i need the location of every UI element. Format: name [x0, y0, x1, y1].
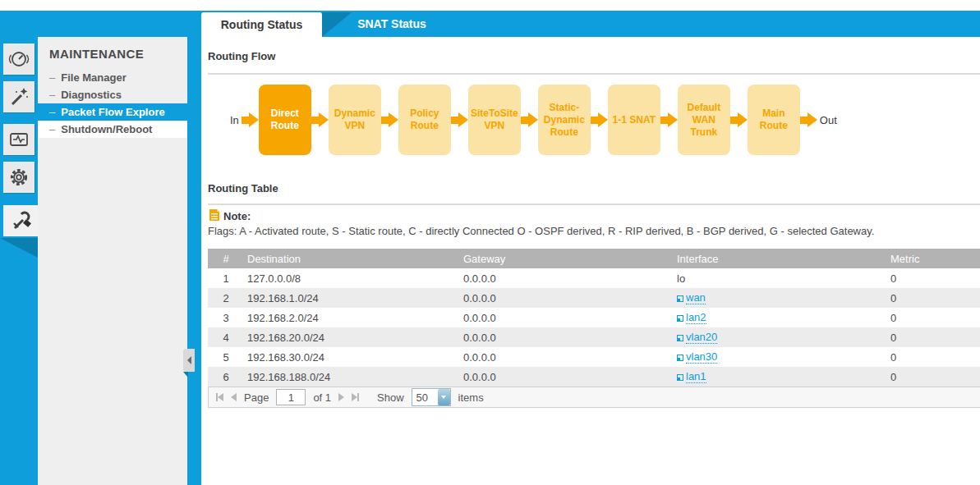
menu-item-dash: –	[49, 123, 55, 135]
flow-step-1-1-snat[interactable]: 1-1 SNAT	[608, 85, 660, 155]
table-row: 3192.168.2.0/240.0.0.0lan20	[208, 308, 980, 327]
flow-step-default-wan-trunk[interactable]: Default WAN Trunk	[678, 85, 730, 155]
sidebar-item-diagnostics[interactable]: –Diagnostics	[38, 86, 187, 103]
routing-table: # Destination Gateway Interface Metric 1…	[208, 249, 980, 387]
menu-section-header: MAINTENANCE	[38, 37, 187, 69]
interface-link[interactable]: wan	[686, 291, 706, 304]
collapse-arrow-icon	[187, 356, 191, 364]
cell-metric: 0	[887, 268, 980, 288]
sidebar-fold-decor	[0, 238, 38, 258]
items-per-page-value: 50	[412, 389, 438, 405]
flow-arrow-icon	[800, 112, 817, 127]
sidebar-item-dashboard[interactable]	[3, 43, 35, 75]
sidebar-item-configuration[interactable]	[3, 162, 35, 193]
interface-link[interactable]: vlan30	[686, 350, 717, 364]
cell-num: 1	[208, 268, 244, 288]
flow-arrow-icon	[451, 112, 468, 127]
flow-step-static-dynamic-route[interactable]: Static-Dynamic Route	[538, 85, 591, 155]
page-number-input[interactable]	[276, 389, 306, 405]
cell-metric: 0	[887, 367, 980, 387]
sidebar-menu-panel: MAINTENANCE –File Manager–Diagnostics–Pa…	[38, 37, 187, 485]
cell-num: 3	[208, 308, 244, 327]
dropdown-arrow-icon	[438, 389, 450, 405]
first-page-icon	[218, 393, 223, 401]
sidebar-item-monitor[interactable]	[3, 124, 35, 155]
flow-arrow-icon	[660, 112, 678, 127]
flow-arrow-icon	[730, 112, 748, 127]
wizard-wand-icon	[7, 85, 30, 108]
page-label: Page	[244, 391, 269, 404]
flow-arrow-icon	[381, 112, 398, 127]
cell-num: 5	[208, 347, 244, 367]
interface-link[interactable]: lan1	[686, 370, 706, 383]
cell-destination: 192.168.188.0/24	[244, 367, 460, 387]
cell-gateway: 0.0.0.0	[460, 367, 674, 387]
menu-item-label: File Manager	[61, 71, 126, 84]
flow-step-policy-route[interactable]: Policy Route	[398, 85, 451, 155]
cell-gateway: 0.0.0.0	[460, 327, 674, 347]
flags-legend: Flags: A - Activated route, S - Static r…	[208, 225, 874, 237]
pagination-bar: Page of 1 Show 50 items	[208, 387, 980, 408]
sidebar-icon-strip	[0, 11, 38, 485]
menu-item-dash: –	[49, 106, 55, 118]
menu-item-label: Packet Flow Explore	[61, 106, 164, 118]
flow-step-direct-route[interactable]: Direct Route	[259, 85, 311, 155]
maintenance-tools-icon	[9, 208, 34, 233]
settings-gear-icon	[7, 166, 30, 189]
flow-step-main-route[interactable]: Main Route	[748, 85, 800, 155]
table-row: 6192.168.188.0/240.0.0.0lan10	[208, 367, 980, 387]
flow-arrow-icon	[591, 112, 608, 127]
flow-step-sitetosite-vpn[interactable]: SiteToSite VPN	[468, 85, 521, 155]
monitor-pulse-icon	[7, 128, 30, 151]
cell-interface: lan1	[674, 367, 887, 387]
last-page-icon	[352, 393, 357, 401]
table-row: 1127.0.0.0/80.0.0.0lo0	[208, 268, 980, 288]
items-label: items	[458, 391, 484, 404]
sidebar-item-maintenance[interactable]	[3, 205, 39, 236]
items-per-page-select[interactable]: 50	[412, 388, 451, 406]
next-page-button[interactable]	[338, 393, 344, 401]
table-row: 4192.168.20.0/240.0.0.0vlan200	[208, 327, 980, 347]
col-header-gateway: Gateway	[460, 249, 674, 268]
table-header-row: # Destination Gateway Interface Metric	[208, 249, 980, 268]
cell-num: 2	[208, 288, 244, 308]
reference-icon	[677, 292, 683, 304]
cell-destination: 192.168.30.0/24	[244, 347, 460, 367]
cell-num: 4	[208, 327, 244, 347]
col-header-metric: Metric	[887, 249, 980, 268]
reference-icon	[677, 351, 683, 364]
cell-metric: 0	[887, 308, 980, 327]
cell-destination: 192.168.2.0/24	[244, 308, 460, 327]
cell-gateway: 0.0.0.0	[460, 308, 674, 327]
interface-link[interactable]: lan2	[686, 311, 706, 324]
reference-icon	[677, 332, 683, 344]
flow-step-dynamic-vpn[interactable]: Dynamic VPN	[329, 85, 381, 155]
prev-page-button[interactable]	[231, 393, 237, 401]
main-content: Routing Flow InDirect RouteDynamic VPNPo…	[201, 37, 980, 485]
sidebar-collapse-button[interactable]	[183, 349, 195, 372]
sidebar-item-shutdown-reboot[interactable]: –Shutdown/Reboot	[38, 121, 187, 138]
cell-metric: 0	[887, 327, 980, 347]
cell-num: 6	[208, 367, 244, 387]
first-page-button[interactable]	[216, 393, 223, 401]
sidebar-item-packet-flow-explore[interactable]: –Packet Flow Explore	[38, 103, 201, 121]
note-label: Note:	[223, 210, 251, 222]
reference-icon	[677, 371, 683, 383]
col-header-num: #	[208, 249, 244, 268]
interface-link[interactable]: vlan20	[686, 331, 717, 344]
col-header-destination: Destination	[244, 249, 460, 268]
next-page-icon	[338, 393, 344, 401]
flow-out-label: Out	[820, 114, 837, 126]
menu-item-dash: –	[49, 71, 55, 84]
cell-metric: 0	[887, 288, 980, 308]
cell-destination: 192.168.1.0/24	[244, 288, 460, 308]
sidebar-item-file-manager[interactable]: –File Manager	[38, 69, 187, 86]
cell-interface: lan2	[674, 308, 887, 327]
cell-gateway: 0.0.0.0	[460, 288, 674, 308]
last-page-button[interactable]	[352, 393, 359, 401]
section-divider	[208, 204, 980, 205]
sidebar-item-wizard[interactable]	[3, 81, 35, 112]
tab-snat-status[interactable]: SNAT Status	[330, 11, 453, 37]
dashboard-gauge-icon	[7, 48, 30, 71]
tab-routing-status[interactable]: Routing Status	[201, 12, 322, 37]
